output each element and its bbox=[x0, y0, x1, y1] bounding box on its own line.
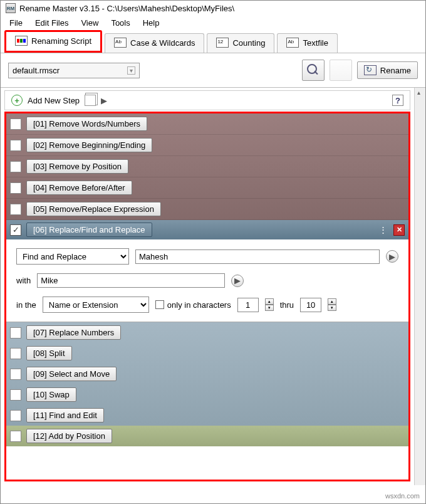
close-step-button[interactable]: ✕ bbox=[393, 224, 405, 236]
counting-icon bbox=[216, 38, 229, 48]
menu-file[interactable]: File bbox=[9, 18, 23, 28]
thru-char-input[interactable] bbox=[300, 298, 321, 312]
watermark: wsxdn.com bbox=[384, 491, 421, 500]
step-label: [11] Find and Edit bbox=[26, 408, 104, 423]
step-09[interactable]: [09] Select and Move bbox=[6, 364, 408, 384]
window-title: Rename Master v3.15 - C:\Users\Mahesh\De… bbox=[19, 4, 234, 13]
with-label: with bbox=[16, 276, 31, 285]
rename-button[interactable]: Rename bbox=[357, 61, 418, 79]
step-02[interactable]: [02] Remove Beginning/Ending bbox=[6, 135, 408, 156]
history-icon[interactable]: ▶ bbox=[386, 250, 398, 263]
menu-help[interactable]: Help bbox=[143, 18, 160, 28]
checkbox[interactable] bbox=[10, 118, 21, 130]
menu-bar: File Edit Files View Tools Help bbox=[1, 16, 425, 30]
renaming-script-icon bbox=[15, 36, 28, 46]
toolbar: default.rmscr ▾ Rename bbox=[1, 53, 425, 88]
preview-button[interactable] bbox=[302, 60, 325, 81]
chevron-down-icon: ▾ bbox=[127, 66, 135, 75]
step-04[interactable]: [04] Remove Before/After bbox=[6, 177, 408, 199]
tab-label: Counting bbox=[232, 38, 265, 48]
step-label: [08] Split bbox=[26, 346, 72, 360]
history-icon[interactable]: ▶ bbox=[231, 275, 244, 287]
case-icon bbox=[114, 38, 127, 48]
step-11[interactable]: [11] Find and Edit bbox=[6, 405, 408, 426]
checkbox[interactable] bbox=[10, 182, 21, 194]
tab-case-wildcards[interactable]: Case & Wildcards bbox=[105, 33, 204, 53]
step-07[interactable]: [07] Replace Numbers bbox=[6, 322, 408, 343]
add-step-icon[interactable]: + bbox=[11, 95, 23, 106]
checkbox[interactable] bbox=[10, 161, 21, 172]
checkbox[interactable]: ✓ bbox=[10, 224, 21, 236]
thru-label: thru bbox=[280, 300, 294, 310]
only-in-characters-checkbox[interactable]: only in characters bbox=[155, 300, 231, 310]
checkbox[interactable] bbox=[10, 431, 21, 442]
script-select[interactable]: default.rmscr ▾ bbox=[8, 63, 140, 78]
with-input[interactable] bbox=[37, 273, 225, 288]
checkbox[interactable] bbox=[10, 140, 21, 151]
checkbox[interactable] bbox=[10, 369, 21, 380]
thru-spinner[interactable]: ▴▾ bbox=[328, 298, 336, 311]
rename-icon bbox=[364, 65, 377, 75]
step-label: [02] Remove Beginning/Ending bbox=[26, 138, 152, 152]
menu-view[interactable]: View bbox=[81, 18, 98, 28]
remove-section: [01] Remove Words/Numbers [02] Remove Be… bbox=[6, 113, 408, 220]
step-label: [09] Select and Move bbox=[26, 367, 117, 381]
step-label: [12] Add by Position bbox=[26, 429, 112, 443]
add-section: [12] Add by Position bbox=[6, 426, 408, 446]
copy-steps-icon[interactable] bbox=[85, 95, 96, 106]
checkbox[interactable] bbox=[10, 389, 21, 401]
step-label: [01] Remove Words/Numbers bbox=[26, 117, 147, 131]
step-05[interactable]: [05] Remove/Replace Expression bbox=[6, 199, 408, 220]
textfile-icon bbox=[286, 38, 299, 48]
step-label: [03] Remove by Position bbox=[26, 159, 128, 174]
checkbox[interactable] bbox=[10, 327, 21, 339]
checkbox[interactable] bbox=[10, 410, 21, 421]
step-06-body: Find and Replace ▶ with ▶ in the Name or… bbox=[6, 239, 408, 322]
replace-section: [07] Replace Numbers [08] Split [09] Sel… bbox=[6, 322, 408, 426]
step-label: [06] Replace/Find and Replace bbox=[26, 223, 152, 237]
checkbox[interactable] bbox=[155, 300, 164, 309]
window-titlebar: RM Rename Master v3.15 - C:\Users\Mahesh… bbox=[1, 1, 425, 16]
checkbox[interactable] bbox=[10, 348, 21, 359]
step-10[interactable]: [10] Swap bbox=[6, 384, 408, 405]
disabled-button bbox=[330, 60, 352, 81]
step-label: [05] Remove/Replace Expression bbox=[26, 202, 161, 216]
find-input[interactable] bbox=[135, 249, 380, 264]
app-icon: RM bbox=[6, 3, 16, 13]
run-icon[interactable]: ▶ bbox=[101, 96, 107, 105]
mode-select[interactable]: Find and Replace bbox=[16, 248, 129, 265]
step-12[interactable]: [12] Add by Position bbox=[6, 426, 408, 446]
from-spinner[interactable]: ▴▾ bbox=[265, 298, 274, 311]
tab-label: Textfile bbox=[303, 38, 328, 48]
vertical-scrollbar[interactable] bbox=[414, 88, 425, 485]
menu-edit-files[interactable]: Edit Files bbox=[35, 18, 68, 28]
scope-select[interactable]: Name or Extension bbox=[43, 297, 149, 313]
step-03[interactable]: [03] Remove by Position bbox=[6, 156, 408, 177]
step-06-header[interactable]: ✓ [06] Replace/Find and Replace ⋮ ✕ bbox=[6, 220, 408, 239]
tab-counting[interactable]: Counting bbox=[207, 33, 274, 53]
step-label: [10] Swap bbox=[26, 387, 76, 402]
step-label: [07] Replace Numbers bbox=[26, 325, 121, 340]
only-label: only in characters bbox=[167, 300, 231, 310]
checkbox[interactable] bbox=[10, 204, 21, 215]
add-step-label[interactable]: Add New Step bbox=[28, 96, 80, 105]
step-label: [04] Remove Before/After bbox=[26, 181, 132, 195]
drag-handle-icon[interactable]: ⋮ bbox=[379, 225, 388, 234]
rename-label: Rename bbox=[380, 66, 411, 75]
from-char-input[interactable] bbox=[237, 298, 259, 312]
steps-panel: [01] Remove Words/Numbers [02] Remove Be… bbox=[4, 112, 410, 481]
magnifier-icon bbox=[307, 64, 320, 76]
tab-label: Case & Wildcards bbox=[130, 38, 195, 48]
tab-textfile[interactable]: Textfile bbox=[277, 33, 337, 53]
add-new-step-bar: + Add New Step ▶ ? bbox=[4, 90, 410, 110]
step-08[interactable]: [08] Split bbox=[6, 343, 408, 364]
menu-tools[interactable]: Tools bbox=[111, 18, 130, 28]
tab-label: Renaming Script bbox=[31, 36, 91, 46]
tab-renaming-script[interactable]: Renaming Script bbox=[4, 30, 102, 53]
in-the-label: in the bbox=[16, 300, 36, 310]
step-01[interactable]: [01] Remove Words/Numbers bbox=[6, 113, 408, 135]
help-button[interactable]: ? bbox=[392, 95, 403, 106]
tab-strip: Renaming Script Case & Wildcards Countin… bbox=[1, 30, 425, 53]
script-name: default.rmscr bbox=[13, 66, 60, 75]
